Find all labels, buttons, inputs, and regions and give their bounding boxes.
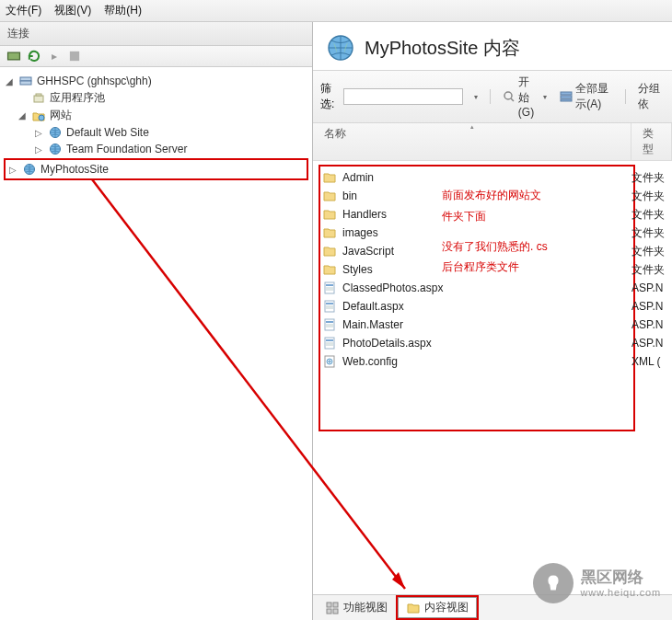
content-view-icon (406, 601, 421, 615)
collapse-icon[interactable]: ◢ (4, 76, 15, 86)
watermark: 黑区网络 www.heiqu.com (533, 563, 661, 603)
connections-tree: ◢ GHHSPC (ghhspc\ghh) 应用程序池 ◢ 网站 ▷ Defau… (0, 67, 312, 620)
filter-input[interactable] (343, 88, 463, 105)
file-type: ASP.N (631, 337, 672, 350)
apppool-icon (31, 91, 46, 106)
tree-apppool[interactable]: 应用程序池 (4, 89, 308, 107)
file-type: 文件夹 (631, 262, 672, 278)
expand-icon[interactable]: ▷ (33, 144, 44, 155)
file-type: ASP.N (631, 300, 672, 313)
svg-rect-25 (326, 321, 333, 323)
col-type[interactable]: 类型 (631, 123, 672, 160)
file-icon (322, 225, 337, 240)
tab-features-view[interactable]: 功能视图 (317, 597, 396, 618)
svg-point-6 (39, 115, 44, 121)
file-row[interactable]: Admin文件夹 (322, 168, 672, 187)
file-name: Styles (342, 263, 373, 276)
file-row[interactable]: Main.MasterASP.N (322, 316, 672, 334)
globe-icon (326, 33, 355, 63)
svg-rect-1 (70, 52, 79, 61)
refresh-icon[interactable] (26, 49, 42, 63)
expand-icon[interactable]: ▷ (33, 128, 44, 138)
connections-toolbar: ▸ (0, 46, 312, 67)
tree-site-default[interactable]: ▷ Default Web Site (4, 124, 308, 141)
file-name: PhotoDetails.aspx (342, 337, 432, 350)
showall-button[interactable]: 全部显示(A) (556, 80, 617, 113)
file-icon (322, 281, 337, 295)
watermark-logo (533, 563, 574, 603)
file-icon (322, 170, 337, 185)
file-name: Main.Master (342, 318, 403, 331)
menu-file[interactable]: 文件(F) (6, 3, 41, 18)
svg-rect-2 (20, 77, 31, 81)
expand-icon[interactable]: ▷ (7, 165, 18, 175)
file-row[interactable]: Default.aspxASP.N (322, 297, 672, 316)
tree-site-myphotos[interactable]: ▷ MyPhotosSite (4, 158, 308, 180)
file-icon (322, 354, 337, 369)
svg-rect-29 (326, 339, 333, 341)
file-name: Default.aspx (342, 300, 404, 313)
file-list-area: Admin文件夹bin文件夹Handlers文件夹images文件夹JavaSc… (313, 161, 672, 620)
tree-apppool-label: 应用程序池 (50, 90, 105, 106)
svg-rect-0 (8, 52, 20, 60)
connections-header: 连接 (0, 22, 312, 46)
svg-rect-34 (327, 603, 331, 607)
file-icon (322, 262, 337, 277)
file-icon (322, 299, 337, 314)
globe-icon (48, 125, 63, 140)
list-header: 名称 ▴ 类型 (313, 123, 672, 161)
file-row[interactable]: Web.configXML ( (322, 352, 672, 371)
showall-icon (560, 89, 573, 104)
file-type: 文件夹 (631, 225, 672, 241)
watermark-url: www.heiqu.com (581, 587, 661, 600)
stop-icon[interactable] (66, 49, 83, 63)
svg-rect-14 (561, 96, 572, 98)
tree-root[interactable]: ◢ GHHSPC (ghhspc\ghh) (4, 73, 308, 89)
filter-toolbar: 筛选: ▾ 开始(G)▾ 全部显示(A) 分组依 (313, 70, 672, 123)
file-type: 文件夹 (631, 170, 672, 186)
file-type: 文件夹 (631, 244, 672, 259)
tab-content-view[interactable]: 内容视图 (398, 597, 477, 618)
groupby-button[interactable]: 分组依 (634, 80, 665, 113)
filter-dropdown[interactable]: ▾ (469, 92, 481, 102)
file-name: Admin (342, 171, 374, 184)
file-name: bin (342, 189, 357, 202)
globe-icon (22, 162, 37, 177)
tree-sites[interactable]: ◢ 网站 (4, 107, 308, 124)
collapse-icon[interactable]: ◢ (17, 110, 28, 121)
file-type: 文件夹 (631, 207, 672, 223)
file-name: images (342, 226, 378, 239)
features-view-icon (325, 601, 340, 615)
menu-view[interactable]: 视图(V) (54, 3, 91, 18)
tree-site-label: Default Web Site (66, 126, 149, 139)
menu-help[interactable]: 帮助(H) (104, 3, 142, 18)
globe-icon (48, 142, 63, 156)
file-row[interactable]: PhotoDetails.aspxASP.N (322, 334, 672, 352)
tree-site-tfs[interactable]: ▷ Team Foundation Server (4, 141, 308, 157)
svg-line-12 (511, 98, 514, 101)
content-title: MyPhotosSite 内容 (365, 36, 520, 61)
annotation-text: 前面发布好的网站文 件夹下面 没有了我们熟悉的. cs 后台程序类文件 (442, 185, 548, 278)
filter-label: 筛选: (320, 81, 338, 112)
file-name: JavaScript (342, 245, 394, 258)
svg-rect-17 (326, 284, 333, 286)
go-button[interactable]: 开始(G)▾ (499, 74, 550, 120)
file-name: Handlers (342, 208, 387, 221)
file-icon (322, 207, 337, 222)
file-type: ASP.N (631, 281, 672, 294)
svg-rect-21 (326, 303, 333, 304)
col-name[interactable]: 名称 ▴ (313, 123, 631, 160)
content-panel: MyPhotosSite 内容 筛选: ▾ 开始(G)▾ 全部显示(A) 分组依… (313, 22, 672, 620)
file-type: ASP.N (631, 318, 672, 331)
file-name: ClassedPhotos.aspx (342, 281, 443, 294)
connect-icon[interactable] (6, 49, 22, 63)
file-icon (322, 189, 337, 203)
sort-asc-icon: ▴ (470, 123, 474, 131)
server-icon (18, 74, 33, 88)
svg-rect-13 (561, 92, 572, 95)
file-row[interactable]: ClassedPhotos.aspxASP.N (322, 279, 672, 297)
tree-sites-label: 网站 (50, 108, 72, 123)
nav-up-icon[interactable]: ▸ (46, 49, 63, 63)
sites-folder-icon (31, 109, 46, 123)
tree-root-label: GHHSPC (ghhspc\ghh) (37, 75, 152, 87)
